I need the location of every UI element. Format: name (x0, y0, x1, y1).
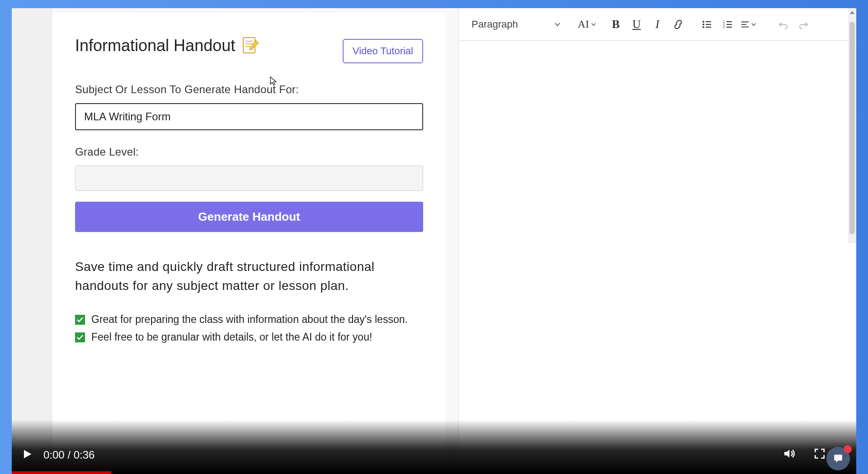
redo-button[interactable] (793, 14, 814, 35)
grade-field-label: Grade Level: (75, 146, 423, 158)
svg-point-8 (703, 26, 704, 28)
chevron-down-icon (751, 22, 756, 27)
subject-field-label: Subject Or Lesson To Generate Handout Fo… (75, 83, 423, 96)
grade-input[interactable] (75, 166, 423, 191)
align-left-icon (740, 19, 750, 29)
bold-icon: B (612, 18, 619, 31)
notification-badge (844, 445, 852, 453)
editor-content-area[interactable] (459, 41, 848, 474)
main-content-area: Informational Handout Video Tutorial S (12, 8, 856, 474)
benefits-list: Great for preparing the class with infor… (75, 313, 423, 343)
link-icon (673, 19, 684, 30)
chevron-down-icon (591, 22, 596, 27)
editor-panel: Paragraph AI B U I (458, 8, 856, 474)
time-separator: / (67, 449, 73, 461)
style-select-label: Paragraph (472, 19, 518, 30)
video-controls-bar: 0:00 / 0:36 (12, 420, 856, 474)
page-title: Informational Handout (75, 36, 259, 55)
chat-bubble-button[interactable] (826, 447, 850, 470)
duration: 0:36 (74, 449, 95, 461)
align-button[interactable] (738, 14, 758, 35)
numbered-list-icon: 1 2 3 (722, 19, 733, 30)
svg-point-6 (703, 24, 704, 25)
memo-pencil-icon (241, 37, 259, 55)
italic-button[interactable]: I (647, 14, 668, 35)
bullet-list-icon (702, 19, 712, 30)
svg-point-4 (703, 21, 704, 23)
scroll-up-arrow-icon (850, 11, 854, 14)
current-time: 0:00 (43, 449, 65, 461)
checkmark-icon (75, 315, 85, 325)
play-button[interactable] (21, 448, 33, 462)
list-item: Great for preparing the class with infor… (75, 313, 423, 326)
generate-handout-button[interactable]: Generate Handout (75, 202, 423, 232)
benefit-text: Feel free to be granular with details, o… (91, 331, 372, 343)
form-panel: Informational Handout Video Tutorial S (52, 13, 446, 474)
description-text: Save time and quickly draft structured i… (75, 257, 423, 295)
chevron-down-icon (554, 21, 561, 28)
bold-button[interactable]: B (605, 14, 626, 35)
font-size-label: AI (578, 18, 589, 30)
checkmark-icon (75, 332, 85, 342)
undo-icon (778, 19, 788, 30)
scroll-thumb[interactable] (849, 22, 855, 234)
fullscreen-icon (814, 448, 826, 460)
italic-icon: I (656, 18, 660, 31)
fullscreen-button[interactable] (814, 448, 826, 461)
list-item: Feel free to be granular with details, o… (75, 331, 423, 343)
font-size-button[interactable]: AI (575, 14, 599, 35)
video-progress-bar[interactable] (12, 471, 111, 474)
volume-icon (782, 447, 796, 460)
video-tutorial-button[interactable]: Video Tutorial (343, 39, 423, 63)
bullet-list-button[interactable] (697, 14, 717, 35)
play-icon (21, 448, 33, 460)
chat-icon (832, 453, 844, 465)
left-gutter (12, 8, 52, 474)
video-time-display: 0:00 / 0:36 (43, 449, 94, 461)
svg-text:3: 3 (723, 25, 725, 28)
underline-icon: U (632, 18, 641, 31)
panel-header: Informational Handout Video Tutorial (75, 36, 423, 63)
link-button[interactable] (668, 14, 689, 35)
volume-button[interactable] (782, 447, 796, 462)
page-title-text: Informational Handout (75, 36, 235, 55)
benefit-text: Great for preparing the class with infor… (91, 313, 408, 326)
subject-input[interactable] (75, 103, 423, 130)
editor-toolbar: Paragraph AI B U I (459, 8, 856, 41)
numbered-list-button[interactable]: 1 2 3 (717, 14, 738, 35)
panel-divider (446, 8, 458, 474)
scrollbar[interactable] (848, 8, 856, 243)
redo-icon (798, 19, 809, 30)
undo-button[interactable] (773, 14, 793, 35)
underline-button[interactable]: U (626, 14, 647, 35)
paragraph-style-select[interactable]: Paragraph (467, 16, 565, 33)
